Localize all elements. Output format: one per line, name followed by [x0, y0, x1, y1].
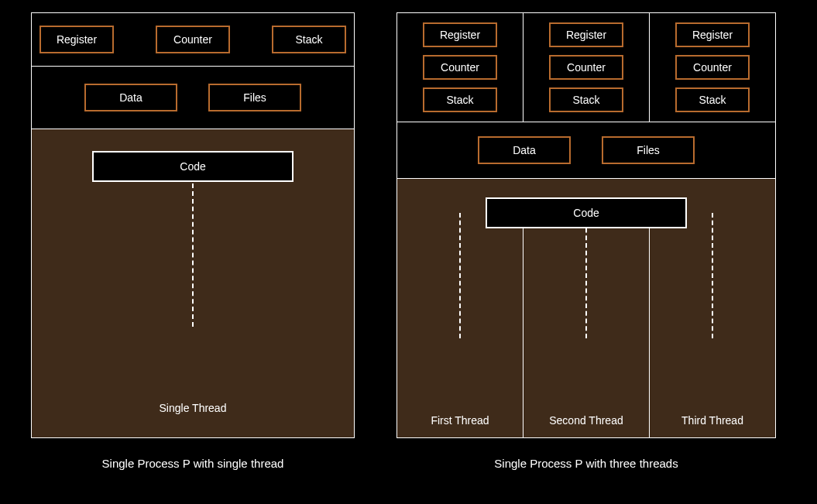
counter-box: Counter [675, 55, 750, 80]
thread-lane-1: Second Thread [523, 197, 650, 437]
files-box: Files [208, 84, 301, 111]
thread-line-icon [585, 213, 587, 338]
left-top-row: Register Counter Stack [32, 13, 354, 67]
files-box: Files [602, 136, 695, 164]
register-box: Register [549, 22, 623, 47]
code-box: Code [92, 151, 294, 182]
register-box: Register [675, 22, 750, 47]
counter-box: Counter [156, 26, 230, 53]
stack-box: Stack [549, 87, 623, 112]
right-threads-region: Code First Thread Second Thread Third Th… [397, 179, 775, 437]
stack-box: Stack [675, 87, 750, 112]
right-mid-row: Data Files [397, 122, 775, 179]
left-thread-region: Code Single Thread [32, 129, 354, 437]
register-box: Register [39, 26, 114, 53]
code-box: Code [486, 197, 687, 228]
thread-line-icon [192, 183, 194, 327]
thread-lane-2: Third Thread [650, 197, 775, 437]
single-thread-panel: Register Counter Stack Data Files Code S… [31, 12, 355, 438]
captions-row: Single Process P with single thread Sing… [0, 438, 817, 470]
thread-line-icon [712, 213, 713, 338]
counter-box: Counter [423, 55, 497, 80]
multi-thread-panel: Register Counter Stack Register Counter … [396, 12, 776, 438]
thread-col-1: Register Counter Stack [523, 13, 650, 122]
thread-line-icon [459, 213, 461, 338]
diagram-stage: Register Counter Stack Data Files Code S… [0, 0, 817, 438]
left-caption: Single Process P with single thread [31, 457, 355, 470]
data-box: Data [478, 136, 571, 164]
stack-box: Stack [423, 87, 497, 112]
thread-label-2: Third Thread [650, 414, 775, 427]
counter-box: Counter [549, 55, 623, 80]
thread-lane-0: First Thread [397, 197, 523, 437]
stack-box: Stack [272, 26, 346, 53]
thread-col-0: Register Counter Stack [397, 13, 523, 122]
thread-label-0: First Thread [397, 414, 523, 427]
right-caption: Single Process P with three threads [396, 457, 776, 470]
left-mid-row: Data Files [32, 67, 354, 129]
thread-col-2: Register Counter Stack [650, 13, 775, 122]
register-box: Register [423, 22, 497, 47]
data-box: Data [84, 84, 177, 111]
single-thread-label: Single Thread [32, 402, 354, 414]
right-top-cols: Register Counter Stack Register Counter … [397, 13, 775, 122]
thread-label-1: Second Thread [523, 414, 649, 427]
